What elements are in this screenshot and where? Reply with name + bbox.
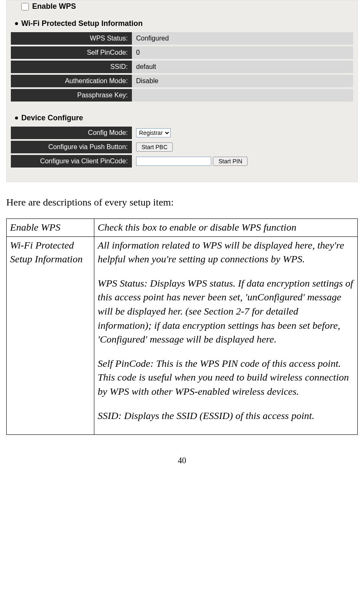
push-button-label: Configure via Push Button: bbox=[11, 141, 132, 153]
passphrase-label: Passphrase Key: bbox=[11, 89, 132, 102]
table-row: Passphrase Key: bbox=[11, 89, 353, 102]
start-pin-button[interactable]: Start PIN bbox=[213, 157, 248, 166]
intro-paragraph: Here are descriptions of every setup ite… bbox=[6, 197, 358, 208]
start-pbc-button[interactable]: Start PBC bbox=[136, 142, 173, 152]
desc-enable-wps-label: Enable WPS bbox=[7, 219, 94, 237]
enable-wps-checkbox[interactable] bbox=[21, 3, 29, 10]
table-row: Self PinCode: 0 bbox=[11, 46, 353, 59]
ssid-label: SSID: bbox=[11, 61, 132, 73]
wps-info-header: Wi-Fi Protected Setup Information bbox=[15, 19, 353, 28]
table-row: SSID: default bbox=[11, 61, 353, 73]
device-config-table: Config Mode: Registrar Configure via Pus… bbox=[11, 125, 353, 169]
self-pincode-label: Self PinCode: bbox=[11, 46, 132, 59]
push-button-cell: Start PBC bbox=[132, 141, 353, 153]
table-row: Wi-Fi Protected Setup Information All in… bbox=[7, 236, 358, 435]
wps-info-table: WPS Status: Configured Self PinCode: 0 S… bbox=[11, 30, 353, 103]
desc-p2: WPS Status: Displays WPS status. If data… bbox=[98, 277, 354, 347]
config-mode-select[interactable]: Registrar bbox=[136, 128, 171, 137]
description-table: Enable WPS Check this box to enable or d… bbox=[6, 218, 358, 435]
desc-p3: Self PinCode: This is the WPS PIN code o… bbox=[98, 357, 354, 399]
auth-mode-label: Authentication Mode: bbox=[11, 75, 132, 87]
config-mode-cell: Registrar bbox=[132, 127, 353, 139]
bullet-icon bbox=[15, 22, 18, 25]
desc-p1: All information related to WPS will be d… bbox=[98, 239, 354, 267]
router-config-panel: Enable WPS Wi-Fi Protected Setup Informa… bbox=[6, 0, 358, 182]
table-row: Configure via Client PinCode: Start PIN bbox=[11, 155, 353, 168]
wps-status-value: Configured bbox=[132, 32, 353, 45]
desc-enable-wps-text: Check this box to enable or disable WPS … bbox=[94, 219, 358, 237]
config-mode-label: Config Mode: bbox=[11, 127, 132, 139]
auth-mode-value: Disable bbox=[132, 75, 353, 87]
client-pincode-label: Configure via Client PinCode: bbox=[11, 155, 132, 168]
table-row: WPS Status: Configured bbox=[11, 32, 353, 45]
device-config-title: Device Configure bbox=[21, 114, 83, 122]
ssid-value: default bbox=[132, 61, 353, 73]
enable-wps-row: Enable WPS bbox=[21, 2, 353, 11]
client-pincode-input[interactable] bbox=[136, 157, 211, 166]
desc-wps-info-label: Wi-Fi Protected Setup Information bbox=[7, 236, 94, 435]
bullet-icon bbox=[15, 117, 18, 119]
wps-info-title: Wi-Fi Protected Setup Information bbox=[21, 19, 143, 28]
self-pincode-value: 0 bbox=[132, 46, 353, 59]
page-number: 40 bbox=[6, 456, 358, 465]
client-pincode-cell: Start PIN bbox=[132, 155, 353, 168]
device-config-header: Device Configure bbox=[15, 114, 353, 122]
passphrase-value bbox=[132, 89, 353, 102]
table-row: Enable WPS Check this box to enable or d… bbox=[7, 219, 358, 237]
table-row: Configure via Push Button: Start PBC bbox=[11, 141, 353, 153]
desc-p4: SSID: Displays the SSID (ESSID) of this … bbox=[98, 409, 354, 423]
table-row: Config Mode: Registrar bbox=[11, 127, 353, 139]
enable-wps-label: Enable WPS bbox=[32, 2, 76, 11]
desc-wps-info-text: All information related to WPS will be d… bbox=[94, 236, 358, 435]
wps-status-label: WPS Status: bbox=[11, 32, 132, 45]
table-row: Authentication Mode: Disable bbox=[11, 75, 353, 87]
